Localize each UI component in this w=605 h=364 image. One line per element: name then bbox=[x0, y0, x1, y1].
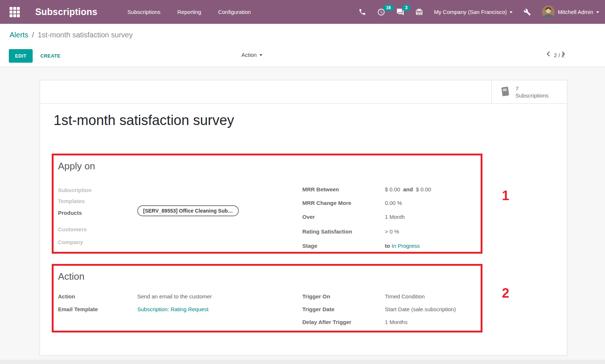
stage-to-text: to bbox=[385, 243, 390, 249]
button-box-strip: 7 Subscriptions bbox=[40, 80, 567, 104]
trigger-on-label: Trigger On bbox=[302, 293, 330, 299]
mrr-and-text: and bbox=[403, 186, 413, 192]
action-dropdown[interactable]: Action bbox=[241, 52, 262, 58]
apply-on-header: Apply on bbox=[58, 161, 95, 172]
stat-button-count: 7 bbox=[515, 85, 548, 92]
annotation-box-action: Action Action Send an email to the custo… bbox=[52, 264, 482, 332]
avatar bbox=[542, 5, 555, 18]
company-label: Company bbox=[58, 239, 83, 245]
rating-satisfaction-label: Rating Satisfaction bbox=[302, 228, 352, 235]
email-template-link[interactable]: Subscription: Rating Request bbox=[137, 306, 208, 312]
messages-button[interactable]: 3 bbox=[396, 8, 404, 16]
pager-previous-button[interactable] bbox=[546, 51, 551, 58]
action-value: Send an email to the customer bbox=[137, 293, 212, 299]
apps-menu-icon[interactable] bbox=[10, 7, 20, 17]
customers-label: Customers bbox=[58, 226, 87, 232]
over-label: Over bbox=[302, 214, 315, 220]
company-switcher[interactable]: My Company (San Francisco) bbox=[434, 9, 513, 15]
page-bottom-strip bbox=[0, 360, 605, 364]
nav-item-subscriptions[interactable]: Subscriptions bbox=[127, 9, 160, 15]
create-button[interactable]: CREATE bbox=[40, 49, 61, 63]
stage-link[interactable]: In Progress bbox=[391, 243, 420, 249]
stage-value: to In Progress bbox=[385, 243, 420, 249]
form-view-background: 7 Subscriptions 1st-month satisfaction s… bbox=[0, 67, 605, 364]
breadcrumb-current: 1st-month satisfaction survey bbox=[38, 31, 133, 39]
book-icon bbox=[500, 86, 510, 98]
subscriptions-stat-button[interactable]: 7 Subscriptions bbox=[491, 80, 567, 104]
company-name: My Company (San Francisco) bbox=[434, 9, 507, 15]
trigger-date-label: Trigger Date bbox=[302, 306, 335, 312]
nav-item-reporting[interactable]: Reporting bbox=[177, 9, 201, 15]
activities-button[interactable]: 16 bbox=[377, 8, 385, 16]
annotation-number-2: 2 bbox=[502, 286, 509, 301]
products-tag[interactable]: [SERV_89553] Office Cleaning Sub… bbox=[137, 205, 239, 216]
subscription-templates-label: Subscription Templates bbox=[58, 185, 113, 207]
breadcrumb-parent-link[interactable]: Alerts bbox=[10, 31, 28, 39]
message-count-badge: 3 bbox=[402, 5, 411, 11]
user-name: Mitchell Admin bbox=[558, 9, 593, 15]
form-sheet: 7 Subscriptions 1st-month satisfaction s… bbox=[40, 80, 567, 356]
delay-after-trigger-value: 1 Months bbox=[385, 319, 408, 325]
action-header: Action bbox=[58, 271, 84, 282]
mrr-min-value: $ 0.00 bbox=[385, 186, 400, 192]
mrr-between-label: MRR Between bbox=[302, 186, 339, 192]
stat-button-label: Subscriptions bbox=[515, 92, 548, 99]
mrr-between-value: $ 0.00and$ 0.00 bbox=[385, 186, 431, 192]
rating-satisfaction-value: > 0 % bbox=[385, 228, 399, 235]
over-value: 1 Month bbox=[385, 214, 405, 220]
chevron-down-icon bbox=[259, 54, 262, 56]
email-template-label: Email Template bbox=[58, 306, 98, 312]
pager-next-button[interactable] bbox=[560, 51, 566, 58]
user-menu[interactable]: Mitchell Admin bbox=[542, 5, 599, 18]
nav-item-configuration[interactable]: Configuration bbox=[218, 9, 251, 15]
action-label: Action bbox=[58, 293, 75, 299]
breadcrumb-separator: / bbox=[32, 31, 34, 39]
edit-button[interactable]: EDIT bbox=[9, 49, 33, 63]
control-panel: EDIT CREATE Action 2 / 2 bbox=[0, 46, 605, 67]
mrr-change-more-value: 0.00 % bbox=[385, 200, 402, 206]
main-menu: Subscriptions Reporting Configuration bbox=[127, 9, 251, 15]
phone-icon[interactable] bbox=[358, 8, 366, 16]
stat-button-text: 7 Subscriptions bbox=[515, 85, 548, 99]
trigger-date-value: Start Date (sale.subscription) bbox=[385, 306, 456, 312]
action-dropdown-label: Action bbox=[241, 52, 257, 58]
app-title: Subscriptions bbox=[35, 7, 97, 17]
mrr-max-value: $ 0.00 bbox=[416, 186, 431, 192]
annotation-box-apply-on: Apply on Subscription Templates Products… bbox=[52, 154, 482, 254]
annotation-number-1: 1 bbox=[502, 188, 509, 203]
systray: 16 3 My Company (San Francisco) Mitchell… bbox=[358, 5, 599, 18]
products-label: Products bbox=[58, 210, 82, 216]
breadcrumb: Alerts / 1st-month satisfaction survey bbox=[0, 24, 605, 46]
gift-icon[interactable] bbox=[415, 8, 423, 16]
mrr-change-more-label: MRR Change More bbox=[302, 200, 351, 206]
record-title: 1st-month satisfaction survey bbox=[54, 113, 234, 128]
chevron-down-icon bbox=[510, 11, 513, 13]
activity-count-badge: 16 bbox=[383, 5, 394, 11]
chevron-down-icon bbox=[596, 11, 599, 13]
stage-label: Stage bbox=[302, 243, 317, 249]
delay-after-trigger-label: Delay After Trigger bbox=[302, 319, 351, 325]
trigger-on-value: Timed Condition bbox=[385, 293, 425, 299]
debug-tools-icon[interactable] bbox=[524, 8, 531, 16]
top-navbar: Subscriptions Subscriptions Reporting Co… bbox=[0, 0, 605, 24]
